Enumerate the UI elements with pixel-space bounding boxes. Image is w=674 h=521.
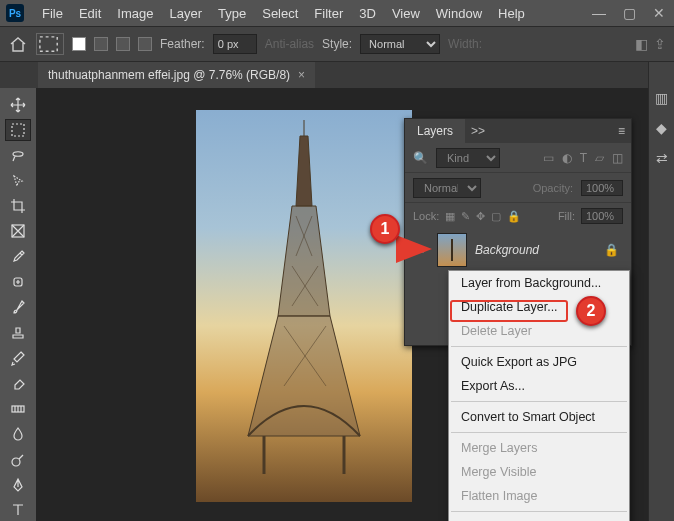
- ctx-merge-visible: Merge Visible: [449, 460, 629, 484]
- filter-pixel-icon[interactable]: ▭: [543, 151, 554, 165]
- frame-tool[interactable]: [5, 221, 31, 242]
- menu-select[interactable]: Select: [254, 6, 306, 21]
- adjustments-panel-icon[interactable]: ⇄: [656, 150, 668, 166]
- width-label: Width:: [448, 37, 482, 51]
- lock-transparency-icon[interactable]: ▦: [445, 210, 455, 223]
- layers-tab[interactable]: Layers: [405, 119, 465, 143]
- right-panel-strip: ▥ ◆ ⇄: [648, 62, 674, 521]
- menu-3d[interactable]: 3D: [351, 6, 384, 21]
- svg-rect-1: [12, 124, 24, 136]
- menu-file[interactable]: File: [34, 6, 71, 21]
- menu-help[interactable]: Help: [490, 6, 533, 21]
- history-brush-tool[interactable]: [5, 348, 31, 369]
- home-icon[interactable]: [8, 35, 28, 53]
- document-tab-close[interactable]: ×: [298, 68, 305, 82]
- options-bar: Feather: Anti-alias Style: Normal Width:…: [0, 26, 674, 62]
- share-icon[interactable]: ⇪: [654, 36, 666, 52]
- pen-tool[interactable]: [5, 474, 31, 495]
- ctx-quick-export[interactable]: Quick Export as JPG: [449, 350, 629, 374]
- filter-kind-select[interactable]: Kind: [436, 148, 500, 168]
- stamp-tool[interactable]: [5, 322, 31, 343]
- lock-position-icon[interactable]: ✥: [476, 210, 485, 223]
- layer-thumbnail[interactable]: [437, 233, 467, 267]
- fill-label: Fill:: [558, 210, 575, 222]
- gradient-tool[interactable]: [5, 398, 31, 419]
- ctx-delete-layer: Delete Layer: [449, 319, 629, 343]
- menu-window[interactable]: Window: [428, 6, 490, 21]
- brush-tool[interactable]: [5, 297, 31, 318]
- tool-box: [0, 88, 36, 521]
- ctx-separator: [451, 432, 627, 433]
- layers-panel-icon[interactable]: ◆: [656, 120, 667, 136]
- tool-preset-icon[interactable]: [36, 33, 64, 55]
- style-select[interactable]: Normal: [360, 34, 440, 54]
- canvas-content: [234, 116, 374, 476]
- opacity-input[interactable]: [581, 180, 623, 196]
- lock-pixels-icon[interactable]: ✎: [461, 210, 470, 223]
- filter-smart-icon[interactable]: ◫: [612, 151, 623, 165]
- annotation-marker-1: 1: [370, 214, 400, 244]
- layer-row-background[interactable]: 👁 Background 🔒: [405, 229, 631, 271]
- properties-panel-icon[interactable]: ▥: [655, 90, 668, 106]
- blur-tool[interactable]: [5, 424, 31, 445]
- filter-adjust-icon[interactable]: ◐: [562, 151, 572, 165]
- fill-input[interactable]: [581, 208, 623, 224]
- layer-name[interactable]: Background: [475, 243, 539, 257]
- filter-search-icon[interactable]: 🔍: [413, 151, 428, 165]
- healing-tool[interactable]: [5, 271, 31, 292]
- ctx-separator: [451, 511, 627, 512]
- dodge-tool[interactable]: [5, 449, 31, 470]
- quick-select-tool[interactable]: [5, 170, 31, 191]
- feather-label: Feather:: [160, 37, 205, 51]
- crop-tool[interactable]: [5, 195, 31, 216]
- marquee-tool[interactable]: [5, 119, 31, 140]
- ctx-layer-from-background[interactable]: Layer from Background...: [449, 271, 629, 295]
- panel-collapse-icon[interactable]: >>: [465, 124, 491, 138]
- intersect-selection-icon[interactable]: [138, 37, 152, 51]
- type-tool[interactable]: [5, 500, 31, 521]
- ctx-flatten-image: Flatten Image: [449, 484, 629, 508]
- app-logo: Ps: [6, 4, 24, 22]
- ctx-merge-layers: Merge Layers: [449, 436, 629, 460]
- menu-edit[interactable]: Edit: [71, 6, 109, 21]
- svg-point-5: [12, 458, 20, 466]
- window-maximize[interactable]: ▢: [614, 5, 644, 21]
- filter-shape-icon[interactable]: ▱: [595, 151, 604, 165]
- document-tabs: thuthuatphanmem effei.jpg @ 7.76% (RGB/8…: [0, 62, 674, 88]
- add-selection-icon[interactable]: [94, 37, 108, 51]
- annotation-arrow-1: [396, 235, 432, 263]
- subtract-selection-icon[interactable]: [116, 37, 130, 51]
- menu-filter[interactable]: Filter: [306, 6, 351, 21]
- window-controls: — ▢ ✕: [584, 5, 674, 21]
- window-close[interactable]: ✕: [644, 5, 674, 21]
- document-tab[interactable]: thuthuatphanmem effei.jpg @ 7.76% (RGB/8…: [38, 62, 315, 88]
- lock-all-icon[interactable]: 🔒: [507, 210, 521, 223]
- feather-input[interactable]: [213, 34, 257, 54]
- new-selection-icon[interactable]: [72, 37, 86, 51]
- lasso-tool[interactable]: [5, 145, 31, 166]
- ctx-export-as[interactable]: Export As...: [449, 374, 629, 398]
- eyedropper-tool[interactable]: [5, 246, 31, 267]
- move-tool[interactable]: [5, 94, 31, 115]
- document-canvas[interactable]: [196, 110, 412, 502]
- lock-artboard-icon[interactable]: ▢: [491, 210, 501, 223]
- blend-mode-select[interactable]: Normal: [413, 178, 481, 198]
- lock-label: Lock:: [413, 210, 439, 222]
- ctx-separator: [451, 346, 627, 347]
- antialias-label: Anti-alias: [265, 37, 314, 51]
- layer-lock-icon: 🔒: [604, 243, 625, 257]
- menu-type[interactable]: Type: [210, 6, 254, 21]
- filter-type-icon[interactable]: T: [580, 151, 587, 165]
- menu-bar: Ps File Edit Image Layer Type Select Fil…: [0, 0, 674, 26]
- mask-mode-icon[interactable]: ◧: [635, 36, 648, 52]
- eraser-tool[interactable]: [5, 373, 31, 394]
- window-minimize[interactable]: —: [584, 5, 614, 21]
- menu-image[interactable]: Image: [109, 6, 161, 21]
- ctx-new-3d-layer[interactable]: New 3D Layer from File...: [449, 515, 629, 521]
- opacity-label: Opacity:: [533, 182, 573, 194]
- panel-menu-icon[interactable]: ≡: [612, 124, 631, 138]
- svg-rect-0: [40, 37, 57, 51]
- menu-layer[interactable]: Layer: [162, 6, 211, 21]
- ctx-convert-smart-object[interactable]: Convert to Smart Object: [449, 405, 629, 429]
- menu-view[interactable]: View: [384, 6, 428, 21]
